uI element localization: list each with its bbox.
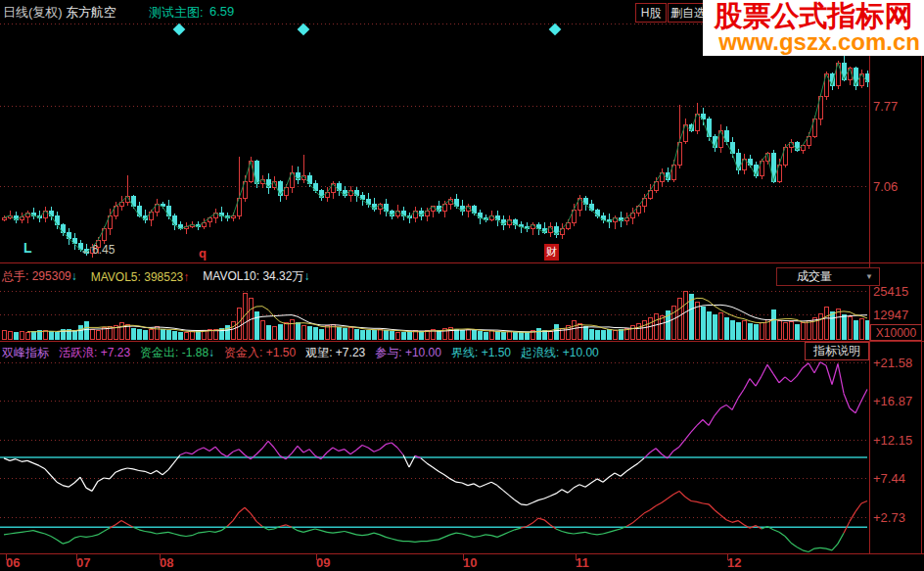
timeline-month-08: 08 [160, 555, 173, 570]
indicator-name: 双峰指标 [2, 345, 49, 361]
indicator-header: 双峰指标 活跃浪: +7.23 资金出: -1.88↓ 资金入: +1.50 观… [2, 345, 599, 361]
timeline-month-10: 10 [463, 555, 477, 570]
price-axis-label-1: 7.77 [873, 99, 898, 114]
volume-axis-label-1: 25415 [873, 284, 908, 299]
indicator-field-qilangxian: 起浪线: +10.00 [521, 345, 599, 361]
watermark: 股票公式指标网 www.gszx.com.cn [703, 0, 924, 56]
indicator-field-canyu: 参与: +10.00 [375, 345, 441, 361]
stock-name: 东方航空 [66, 4, 116, 22]
mavol10-field: MAVOL10: 34.32万↓ [203, 268, 309, 285]
indicator-axis-label-5: +2.73 [873, 510, 905, 525]
indicator-field-jiexian: 界线: +1.50 [451, 345, 511, 361]
timeline-month-09: 09 [316, 555, 330, 570]
overlay-indicator-value: 6.59 [209, 4, 234, 19]
mavol5-field: MAVOL5: 398523↑ [91, 270, 190, 284]
timeline-month-12: 12 [727, 555, 741, 570]
overlay-indicator-label: 测试主图: [149, 4, 204, 22]
event-badge-cai: 财 [544, 244, 559, 261]
watermark-site-url: www.gszx.com.cn [703, 30, 924, 54]
indicator-axis-label-2: +16.87 [873, 394, 912, 408]
price-axis-label-2: 7.06 [873, 179, 898, 194]
total-hands-field: 总手: 295309↓ [2, 268, 77, 285]
low-price-annotation: ←6.45 [80, 243, 115, 257]
event-label-q: q [199, 246, 207, 261]
indicator-help-button[interactable]: 指标说明 [805, 342, 869, 360]
timeline-month-07: 07 [76, 555, 90, 570]
indicator-field-huoyuelang: 活跃浪: +7.23 [59, 345, 130, 361]
trading-app-window: 日线(复权) 东方航空 测试主图: 6.59 H股 删自选 股票公式指标网 ww… [0, 0, 924, 571]
event-label-L: L [23, 240, 32, 256]
chevron-down-icon: ▼ [865, 272, 873, 281]
indicator-field-zijinru: 资金入: +1.50 [224, 345, 296, 361]
down-arrow-icon: ↓ [303, 269, 309, 283]
up-arrow-icon: ↑ [183, 270, 189, 284]
timeline-month-06: 06 [6, 555, 20, 570]
indicator-field-zijinchu: 资金出: -1.88↓ [140, 345, 214, 361]
volume-indicator-dropdown[interactable]: 成交量 ▼ [776, 267, 880, 286]
volume-header: 总手: 295309↓ MAVOL5: 398523↑ MAVOL10: 34.… [2, 268, 309, 285]
period-label: 日线(复权) [3, 4, 63, 22]
volume-unit-label: X10000 [870, 324, 922, 341]
down-arrow-icon: ↓ [208, 346, 214, 359]
indicator-axis-label-3: +12.15 [873, 433, 912, 448]
volume-axis-label-2: 12947 [873, 308, 908, 322]
indicator-axis-label-4: +7.44 [873, 471, 905, 486]
indicator-axis-label-1: +21.58 [873, 356, 912, 370]
down-arrow-icon: ↓ [71, 269, 77, 283]
timeline-month-11: 11 [576, 555, 589, 570]
indicator-field-guanwang: 观望: +7.23 [305, 345, 365, 361]
h-share-button[interactable]: H股 [635, 3, 667, 23]
watermark-site-name: 股票公式指标网 [703, 2, 924, 30]
